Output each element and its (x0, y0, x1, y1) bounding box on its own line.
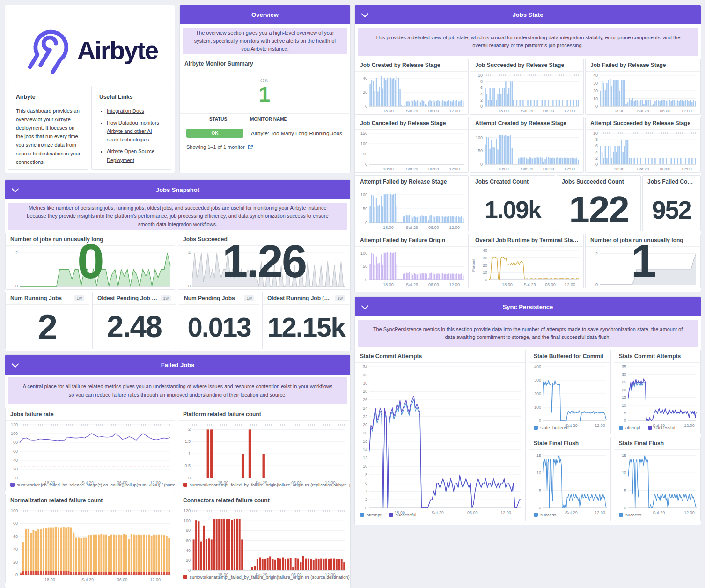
column-monitor-name: MONITOR NAME (250, 117, 287, 122)
timeseries-chart[interactable]: 010203040Percent18:00Sat 2906:0012:00 (470, 247, 583, 288)
svg-text:34: 34 (363, 364, 367, 369)
collapse-chevron-icon[interactable] (361, 10, 369, 18)
timeseries-chart[interactable]: 02 (586, 247, 700, 288)
widget-title: Connectors related failure count (183, 497, 270, 504)
query-value: 952 (643, 188, 700, 231)
link-datadog-monitors[interactable]: How Datadog monitors Airbyte and other A… (107, 120, 159, 142)
section-header-overview[interactable]: Overview (180, 5, 350, 24)
jobs-snapshot-note: Metrics like number of persisting jobs, … (8, 203, 347, 230)
svg-text:0: 0 (188, 476, 191, 480)
timeseries-chart[interactable]: 01020304018:00Sat 2906:0012:00 (586, 72, 700, 114)
widget-title: Jobs Failed Count (647, 178, 696, 185)
svg-text:80: 80 (13, 521, 18, 526)
svg-text:18:00: 18:00 (218, 480, 228, 485)
timeseries-chart[interactable]: 05010018:00Sat 2906:0012:00 (355, 188, 468, 231)
widget-state-final-flush: State Final Flush 051015Sat 2912:00 succ… (529, 437, 611, 521)
widget-jobs-succeeded: Jobs Succeeded 04 1.26 (178, 233, 350, 290)
timeseries-chart[interactable]: 00.511.5218:00Sat 2906:0012:00 (178, 421, 350, 481)
svg-text:100: 100 (360, 251, 367, 256)
section-title: Overview (251, 11, 279, 18)
collapse-chevron-icon[interactable] (361, 302, 369, 310)
svg-text:0: 0 (539, 506, 541, 510)
timeseries-chart[interactable]: 04 (178, 246, 350, 289)
widget-title: State Final Flush (534, 440, 579, 447)
widget-jobs-failure-rate: Jobs failure rate 02040608010012018:00Sa… (5, 408, 175, 491)
timeseries-chart[interactable]: 02 (6, 246, 175, 289)
svg-text:12:00: 12:00 (325, 573, 336, 577)
widget-jobs-succeeded-count: Jobs Succeeded Count 122 (557, 175, 641, 231)
svg-text:20: 20 (363, 422, 367, 427)
svg-text:06:00: 06:00 (660, 167, 671, 171)
monitor-name[interactable]: Airbyte: Too Many Long-Running Jobs (251, 131, 342, 136)
widget-attempt-failed-by-failure-origin: Attempt Failed by Failure Origin 0501001… (355, 234, 469, 288)
widget-title: State Commit Attempts (360, 353, 422, 360)
jobs-state-note: This provides a detailed view of job sta… (358, 28, 698, 56)
timeseries-chart[interactable]: 0100200300400Sat 2912:00 (529, 363, 610, 424)
card-title: Airbyte (16, 93, 81, 102)
timeseries-chart[interactable]: 051015Sat 2912:00 (614, 450, 700, 511)
widget-title: Normalization related failure count (10, 497, 103, 504)
svg-text:Sat 29: Sat 29 (565, 510, 578, 515)
query-value: 12.15k (263, 305, 350, 349)
external-link-icon[interactable] (248, 144, 253, 150)
link-open-source-deployment[interactable]: Airbyte Open Source Deployment (107, 148, 154, 162)
timeseries-chart[interactable]: 02040608010018:00Sat 2906:0012:00 (6, 507, 175, 583)
svg-text:2: 2 (595, 251, 598, 256)
timeseries-chart[interactable]: 02040608010012018:00Sat 2906:0012:00 (178, 507, 350, 573)
monitor-row[interactable]: OK Airbyte: Too Many Long-Running Jobs (180, 125, 349, 141)
collapse-chevron-icon[interactable] (12, 360, 19, 368)
svg-text:0: 0 (15, 284, 18, 288)
svg-text:Sat 29: Sat 29 (653, 423, 665, 428)
link-integration-docs[interactable]: Integration Docs (107, 108, 144, 114)
svg-text:15: 15 (622, 453, 626, 458)
svg-text:100: 100 (534, 405, 541, 410)
timeseries-chart[interactable]: 024681018:00Sat 2906:0012:00 (470, 72, 583, 114)
timeseries-chart[interactable]: 05101520253035Sat 2912:00 (614, 363, 700, 424)
svg-text:18:00: 18:00 (383, 109, 394, 113)
section-jobs-state: Jobs State This provides a detailed view… (354, 5, 701, 292)
timeseries-chart[interactable]: 05010018:00Sat 2906:0012:00 (355, 247, 468, 288)
section-jobs-snapshot: Jobs Snapshot Metrics like number of per… (5, 179, 351, 351)
svg-text:18:00: 18:00 (498, 167, 509, 171)
airbyte-logo: Airbyte (5, 24, 175, 76)
svg-text:06:00: 06:00 (660, 109, 671, 113)
timeseries-chart[interactable]: 05010018:00Sat 2906:0012:00 (470, 130, 583, 172)
timeseries-chart[interactable]: 0204018:00Sat 2906:0012:00 (355, 72, 468, 114)
svg-text:18: 18 (363, 431, 367, 435)
svg-text:12:00: 12:00 (449, 282, 460, 287)
timeseries-chart[interactable]: 02040608010012018:00Sat 2906:0012:00 (6, 421, 175, 481)
svg-text:10: 10 (593, 96, 598, 101)
section-header-jobs-state[interactable]: Jobs State (355, 5, 701, 24)
query-value: 2.48 (93, 305, 176, 349)
widget-title: Job Cancelled by Release Stage (360, 120, 446, 126)
widget-normalization-related-failure-count: Normalization related failure count 0204… (5, 494, 175, 583)
widget-connectors-related-failure-count: Connectors related failure count 0204060… (178, 494, 350, 583)
section-header-sync-persistence[interactable]: Sync Persistence (355, 297, 701, 316)
widget-stats-final-flush: Stats Final Flush 051015Sat 2912:00 succ… (614, 437, 701, 521)
section-title: Failed Jobs (161, 361, 195, 368)
timeseries-chart[interactable]: 05010015018:00Sat 2906:0012:00 (355, 130, 468, 172)
svg-text:150: 150 (360, 131, 367, 136)
section-header-failed-jobs[interactable]: Failed Jobs (5, 355, 350, 375)
svg-text:06:00: 06:00 (291, 480, 302, 485)
timeseries-chart[interactable]: 024681018:00Sat 2906:0012:00 (586, 130, 700, 172)
svg-text:100: 100 (11, 431, 18, 436)
timeseries-chart[interactable]: 051015Sat 2912:00 (529, 450, 610, 511)
svg-text:50: 50 (478, 148, 483, 153)
section-header-jobs-snapshot[interactable]: Jobs Snapshot (5, 180, 350, 199)
svg-text:40: 40 (13, 458, 18, 463)
svg-text:5: 5 (624, 488, 626, 493)
widget-title: Stats Final Flush (619, 440, 664, 447)
svg-text:30: 30 (622, 372, 626, 377)
airbyte-link[interactable]: Airbyte (55, 117, 71, 122)
widget-title: Oldest Running Job (Secs) (267, 295, 332, 301)
svg-text:12:00: 12:00 (449, 109, 460, 113)
svg-text:18:00: 18:00 (614, 109, 624, 113)
airbyte-description-card: Airbyte This dashboard provides an overv… (8, 86, 88, 170)
widget-jobs-created-count: Jobs Created Count 1.09k (470, 175, 555, 231)
svg-text:40: 40 (363, 76, 367, 81)
collapse-chevron-icon[interactable] (12, 185, 19, 193)
timeseries-chart[interactable]: 024681012141618202224262830323418:00Sat … (355, 363, 525, 511)
widget-number-of-jobs-run-unusually-long: Number of jobs run unusually long 02 0 (5, 233, 175, 290)
section-overview: Overview The overview section gives you … (179, 5, 351, 173)
